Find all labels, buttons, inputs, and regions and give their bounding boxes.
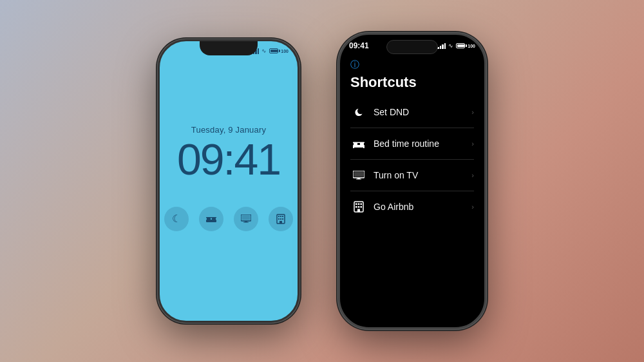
app-title: Shortcuts xyxy=(350,75,474,90)
svg-rect-5 xyxy=(242,216,251,220)
shortcut-dnd-icon xyxy=(350,104,367,120)
svg-rect-12 xyxy=(278,218,279,220)
shortcut-dnd-label: Set DND xyxy=(374,107,465,117)
shortcut-dnd-chevron: › xyxy=(471,108,474,116)
status-icons-right: ∿ 100 xyxy=(437,43,475,49)
shortcut-airbnb-icon xyxy=(350,198,367,215)
shortcut-tv-icon xyxy=(350,167,367,184)
svg-rect-13 xyxy=(280,218,281,220)
lock-dnd-icon[interactable]: ☾ xyxy=(164,207,189,231)
lock-tv-icon[interactable] xyxy=(234,207,258,231)
svg-rect-15 xyxy=(279,221,282,224)
svg-rect-20 xyxy=(353,147,354,148)
svg-rect-30 xyxy=(355,206,357,208)
svg-rect-32 xyxy=(361,206,363,208)
svg-rect-25 xyxy=(356,179,361,180)
shortcuts-app-content: ⓘ Shortcuts Set DND › xyxy=(340,53,484,327)
battery-fill xyxy=(270,50,277,52)
svg-rect-27 xyxy=(355,204,357,205)
signal-icon-dark xyxy=(437,43,446,49)
lock-building-icon[interactable] xyxy=(269,207,293,231)
shortcut-bed-chevron: › xyxy=(471,140,474,148)
dynamic-island xyxy=(386,40,438,54)
shortcut-tv-chevron: › xyxy=(471,171,474,179)
svg-rect-3 xyxy=(206,217,216,218)
shortcut-bed-label: Bed time routine xyxy=(374,138,465,149)
shortcut-airbnb-label: Go Airbnb xyxy=(374,202,465,212)
svg-rect-17 xyxy=(354,142,357,145)
lock-icons-row: ☾ xyxy=(164,207,293,231)
left-phone: ∿ 100 Tuesday, 9 January 09:41 ☾ xyxy=(158,39,299,323)
notch-left xyxy=(200,41,258,55)
wifi-icon: ∿ xyxy=(261,48,267,54)
svg-rect-10 xyxy=(280,216,281,217)
shortcuts-list: Set DND › Bed time routine › xyxy=(350,97,474,222)
svg-rect-19 xyxy=(353,142,365,143)
lock-bed-icon[interactable] xyxy=(199,207,223,231)
lock-screen-content: Tuesday, 9 January 09:41 ☾ xyxy=(164,61,293,321)
svg-rect-2 xyxy=(212,218,216,220)
battery-icon xyxy=(269,48,278,53)
shortcut-item-airbnb[interactable]: Go Airbnb › xyxy=(350,191,474,222)
svg-rect-18 xyxy=(360,142,364,145)
battery-fill-dark xyxy=(457,44,464,47)
svg-rect-11 xyxy=(282,216,283,217)
svg-rect-7 xyxy=(243,222,249,223)
shortcut-tv-label: Turn on TV xyxy=(374,170,465,180)
status-time-right: 09:41 xyxy=(349,41,369,50)
battery-icon-dark xyxy=(456,43,465,48)
wifi-icon-dark: ∿ xyxy=(448,43,453,49)
right-phone: 09:41 ∿ 100 ⓘ Shortcuts xyxy=(338,33,486,329)
shortcut-item-dnd[interactable]: Set DND › xyxy=(350,97,474,128)
lock-time: 09:41 xyxy=(177,137,280,181)
svg-rect-23 xyxy=(354,172,364,177)
svg-rect-14 xyxy=(282,218,283,220)
battery-label: 100 xyxy=(281,49,289,53)
signal-bar-4 xyxy=(258,48,260,54)
battery-label-dark: 100 xyxy=(468,44,475,48)
svg-rect-9 xyxy=(278,216,279,217)
svg-rect-16 xyxy=(353,145,365,148)
svg-rect-33 xyxy=(357,209,360,213)
shortcut-airbnb-chevron: › xyxy=(471,203,474,211)
shortcut-item-bed[interactable]: Bed time routine › xyxy=(350,128,474,160)
lock-date: Tuesday, 9 January xyxy=(191,125,266,135)
svg-rect-29 xyxy=(361,204,363,205)
shortcut-bed-icon xyxy=(350,135,367,152)
svg-rect-1 xyxy=(207,218,211,220)
svg-rect-31 xyxy=(358,206,360,208)
app-header: ⓘ xyxy=(350,58,474,71)
svg-rect-21 xyxy=(363,147,365,148)
shortcut-item-tv[interactable]: Turn on TV › xyxy=(350,160,474,191)
svg-rect-28 xyxy=(358,204,360,205)
info-icon[interactable]: ⓘ xyxy=(350,59,359,71)
